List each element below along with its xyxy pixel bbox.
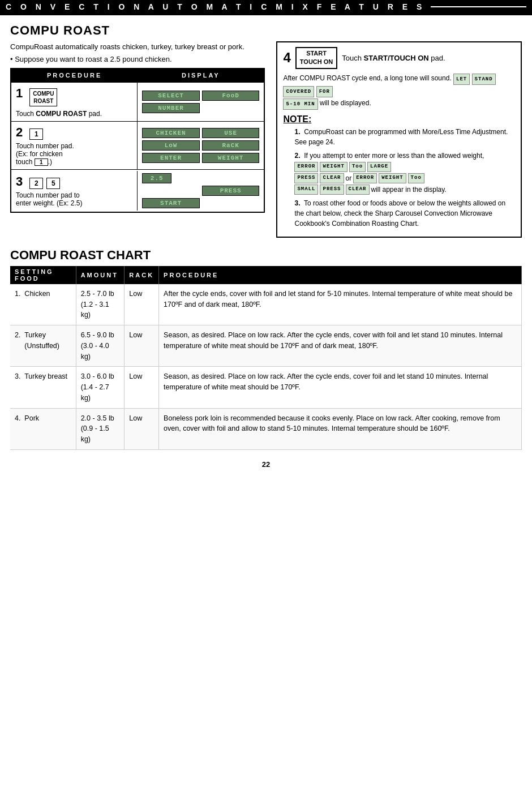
proc-table-header: PROCEDURE DISPLAY: [11, 69, 264, 83]
or-text: or: [346, 173, 352, 183]
chart-title: COMPU ROAST CHART: [10, 248, 522, 263]
step-2-number: 2: [16, 125, 23, 140]
note-title: NOTE:: [283, 114, 515, 125]
chart-row-pork: 4. Pork 2.0 - 3.5 lb(0.9 - 1.5 kg) Low B…: [10, 408, 522, 449]
lcd-for: FOR: [316, 86, 333, 97]
food-turkey: 2. Turkey (Unstuffed): [10, 325, 76, 367]
lcd-clear2: CLEAR: [346, 185, 370, 195]
note-list: 1. CompuRoast can be programmed with Mor…: [283, 127, 515, 229]
step-3-row: 3 2 5 Touch number pad toenter weight. (…: [11, 170, 264, 212]
note-item-2: 2. If you attempt to enter more or less …: [283, 151, 515, 195]
lcd-large: LARGE: [367, 162, 391, 172]
note-2-text-before: If you attempt to enter more or less tha…: [304, 152, 484, 160]
error-row-2: PRESS CLEAR or ERROR WEIGHT Too: [294, 173, 515, 183]
step-2-left: 2 1 Touch number pad.(Ex: for chickentou…: [11, 122, 138, 169]
after-cycle-text: After COMPU ROAST cycle end, a long tone…: [283, 72, 515, 110]
step-3-display: 2.5 PRESS START: [138, 170, 264, 212]
display-press: PRESS: [202, 186, 260, 196]
key-5[interactable]: 5: [46, 178, 60, 189]
note-2-text-after: will appear in the display.: [371, 185, 447, 195]
key-2[interactable]: 2: [29, 178, 43, 189]
compu-roast-title: COMPU ROAST: [10, 23, 522, 38]
step-1-display: SELECT FooD NUMBER: [138, 87, 264, 117]
lcd-weight2: WEIGHT: [379, 173, 406, 183]
proc-pork: Boneless pork loin is recommended becaus…: [159, 408, 522, 449]
food-turkey-breast: 3. Turkey breast: [10, 367, 76, 408]
note-3-text: To roast other food or foods above or be…: [294, 199, 505, 228]
lcd-5-10-min: 5-10 MIN: [283, 98, 318, 110]
col-procedure: PROCEDURE: [159, 266, 522, 284]
proc-chicken: After the cycle ends, cover with foil an…: [159, 284, 522, 325]
description: CompuRoast automatically roasts chicken,…: [10, 41, 265, 53]
key-1[interactable]: 1: [29, 128, 43, 140]
col-rack: RACK: [125, 266, 159, 284]
rack-chicken: Low: [125, 284, 159, 325]
lcd-stand: STAND: [472, 74, 496, 85]
amount-chicken: 2.5 - 7.0 lb(1.2 - 3.1 kg): [76, 284, 125, 325]
chart-row-turkey: 2. Turkey (Unstuffed) 6.5 - 9.0 lb(3.0 -…: [10, 325, 522, 367]
display-chicken: CHICKEN: [142, 128, 200, 138]
page-number: 22: [10, 460, 522, 474]
step-1-number: 1: [16, 86, 23, 101]
step-3-left: 3 2 5 Touch number pad toenter weight. (…: [11, 171, 138, 211]
display-low: LoW: [142, 140, 200, 151]
lcd-small: SMALL: [294, 185, 318, 195]
chart-table: SETTING FOOD AMOUNT RACK PROCEDURE 1. Ch…: [10, 266, 522, 450]
rack-turkey: Low: [125, 325, 159, 367]
after-cycle-suffix: will be displayed.: [320, 99, 371, 107]
page-header: C O N V E C T I O N A U T O M A T I C M …: [0, 0, 532, 15]
compu-roast-button[interactable]: COMPU ROAST: [29, 88, 57, 106]
start-touch-line1: START: [306, 50, 327, 57]
step-1-instruction: Touch COMPU ROAST pad.: [16, 110, 132, 118]
display-rack: RaCK: [202, 140, 260, 151]
food-pork: 4. Pork: [10, 408, 76, 449]
note-1-text: CompuRoast can be programmed with More/L…: [294, 128, 508, 146]
chart-body: 1. Chicken 2.5 - 7.0 lb(1.2 - 3.1 kg) Lo…: [10, 284, 522, 450]
procedure-table: PROCEDURE DISPLAY 1 COMPU ROAST Touch: [10, 68, 265, 213]
display-start: START: [142, 198, 200, 208]
error-row-1: ERROR WEIGHT Too LARGE: [294, 162, 515, 172]
display-number: NUMBER: [142, 103, 200, 113]
display-2.5: 2.5: [142, 173, 171, 183]
lcd-too2: Too: [408, 173, 424, 183]
amount-turkey-breast: 3.0 - 6.0 lb(1.4 - 2.7 kg): [76, 367, 125, 408]
step-1-left: 1 COMPU ROAST Touch COMPU ROAST pad.: [11, 83, 138, 121]
lcd-too1: Too: [349, 162, 366, 172]
header-line: [431, 6, 526, 7]
chart-section: COMPU ROAST CHART SETTING FOOD AMOUNT RA…: [10, 248, 522, 450]
lcd-press2: PRESS: [320, 185, 344, 195]
chart-row-chicken: 1. Chicken 2.5 - 7.0 lb(1.2 - 3.1 kg) Lo…: [10, 284, 522, 325]
error-row-3: SMALL PRESS CLEAR will appear in the dis…: [294, 185, 515, 195]
lcd-error1: ERROR: [294, 162, 318, 172]
amount-turkey: 6.5 - 9.0 lb(3.0 - 4.0 kg): [76, 325, 125, 367]
display-select: SELECT: [142, 91, 200, 101]
step-4-header: 4 START TOUCH ON Touch START/TOUCH ON pa…: [283, 47, 515, 69]
display-weight: WEIGHT: [202, 153, 260, 163]
rack-pork: Low: [125, 408, 159, 449]
start-touch-button[interactable]: START TOUCH ON: [295, 47, 337, 69]
step-2-display: CHICKEN USE LoW RaCK ENTER WEIGHT: [138, 125, 264, 166]
lcd-clear1: CLEAR: [320, 173, 344, 183]
proc-col-header: PROCEDURE: [11, 71, 138, 80]
step-1-row: 1 COMPU ROAST Touch COMPU ROAST pad. SEL…: [11, 83, 264, 122]
lcd-let: LET: [453, 74, 470, 85]
start-touch-line2: TOUCH ON: [300, 58, 333, 65]
chart-row-turkey-breast: 3. Turkey breast 3.0 - 6.0 lb(1.4 - 2.7 …: [10, 367, 522, 408]
lcd-covered: COVERED: [283, 86, 314, 97]
rack-turkey-breast: Low: [125, 367, 159, 408]
display-col-header: DISPLAY: [138, 71, 264, 80]
step-3-number: 3: [16, 174, 23, 189]
after-cycle-section: After COMPU ROAST cycle end, a long tone…: [283, 72, 515, 110]
key-1-inline[interactable]: 1: [35, 158, 48, 166]
display-enter: ENTER: [142, 153, 200, 163]
note-item-3: 3. To roast other food or foods above or…: [283, 198, 515, 229]
step-3-instruction: Touch number pad toenter weight. (Ex: 2.…: [16, 191, 132, 207]
example: • Suppose you want to roast a 2.5 pound …: [10, 55, 265, 63]
right-column: 4 START TOUCH ON Touch START/TOUCH ON pa…: [276, 41, 522, 238]
left-column: CompuRoast automatically roasts chicken,…: [10, 41, 265, 238]
step-4-number: 4: [283, 50, 290, 66]
step-2-row: 2 1 Touch number pad.(Ex: for chickentou…: [11, 122, 264, 170]
chart-header-row: SETTING FOOD AMOUNT RACK PROCEDURE: [10, 266, 522, 284]
col-setting-food: SETTING FOOD: [10, 266, 76, 284]
lcd-press1: PRESS: [294, 173, 318, 183]
